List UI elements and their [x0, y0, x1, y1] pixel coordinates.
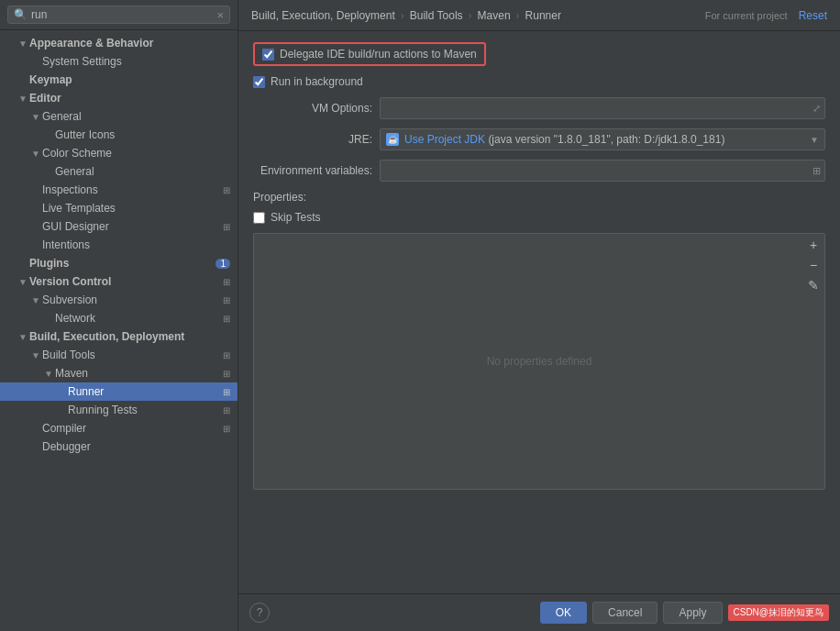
jre-extra-text: (java version "1.8.0_181", path: D:/jdk1…	[488, 133, 724, 146]
sidebar-label-gutter-icons: Gutter Icons	[55, 128, 230, 141]
reset-button[interactable]: Reset	[799, 9, 827, 22]
sidebar-label-runner: Runner	[68, 385, 219, 398]
sidebar-icon-version-control: ⊞	[223, 277, 230, 287]
vm-options-input-wrap: ⤢	[380, 97, 825, 119]
skip-tests-label[interactable]: Skip Tests	[271, 211, 320, 224]
sidebar-item-network[interactable]: Network⊞	[0, 309, 238, 327]
sidebar-arrow-build-tools: ▼	[31, 350, 42, 360]
sidebar: 🔍 run × ▼Appearance & BehaviorSystem Set…	[0, 0, 238, 631]
jre-row: JRE: ☕ Use Project JDK (java version "1.…	[253, 128, 825, 150]
breadcrumb-separator: ›	[516, 9, 520, 22]
sidebar-item-runner[interactable]: Runner⊞	[0, 382, 238, 401]
add-property-button[interactable]: +	[804, 236, 823, 254]
sidebar-icon-compiler: ⊞	[223, 424, 230, 434]
ok-button[interactable]: OK	[540, 602, 587, 624]
cancel-button[interactable]: Cancel	[592, 602, 658, 624]
skip-tests-row: Skip Tests	[253, 209, 825, 226]
sidebar-label-system-settings: System Settings	[42, 55, 230, 68]
sidebar-item-editor[interactable]: ▼Editor	[0, 89, 238, 107]
bottom-bar: ? OK Cancel Apply CSDN@抹泪的知更鸟	[238, 593, 840, 631]
sidebar-arrow-version-control: ▼	[18, 277, 29, 287]
env-vars-input[interactable]	[384, 164, 812, 177]
sidebar-icon-maven: ⊞	[223, 369, 230, 379]
sidebar-item-compiler[interactable]: Compiler⊞	[0, 419, 238, 437]
breadcrumb-part-1: Build Tools	[410, 9, 463, 22]
no-properties-text: No properties defined	[254, 234, 824, 489]
sidebar-item-inspections[interactable]: Inspections⊞	[0, 181, 238, 199]
sidebar-item-debugger[interactable]: Debugger	[0, 437, 238, 456]
form-area: Delegate IDE build/run actions to Maven …	[238, 31, 840, 593]
vm-options-input[interactable]	[384, 102, 812, 115]
jre-text: Use Project JDK (java version "1.8.0_181…	[404, 133, 804, 146]
for-current-project-label: For current project	[705, 10, 788, 21]
run-in-bg-label[interactable]: Run in background	[271, 75, 363, 88]
breadcrumb: Build, Execution, Deployment › Build Too…	[251, 9, 561, 22]
delegate-label[interactable]: Delegate IDE build/run actions to Maven	[280, 48, 477, 61]
sidebar-label-build-tools: Build Tools	[42, 349, 219, 361]
sidebar-item-live-templates[interactable]: Live Templates	[0, 199, 238, 217]
sidebar-label-plugins: Plugins	[29, 257, 212, 270]
sidebar-icon-build-tools: ⊞	[223, 350, 230, 360]
properties-toolbar: + − ✎	[802, 234, 824, 296]
run-in-bg-row: Run in background	[253, 73, 825, 90]
vm-options-expand-icon[interactable]: ⤢	[812, 103, 821, 115]
search-input[interactable]: run	[31, 8, 213, 21]
sidebar-tree: ▼Appearance & BehaviorSystem SettingsKey…	[0, 30, 238, 631]
sidebar-icon-network: ⊞	[223, 314, 230, 324]
sidebar-item-build-tools[interactable]: ▼Build Tools⊞	[0, 346, 238, 364]
breadcrumb-part-2: Maven	[478, 9, 511, 22]
edit-property-button[interactable]: ✎	[804, 276, 823, 294]
sidebar-item-maven[interactable]: ▼Maven⊞	[0, 364, 238, 382]
sidebar-arrow-maven: ▼	[44, 369, 55, 379]
sidebar-item-general[interactable]: ▼General	[0, 107, 238, 126]
sidebar-label-compiler: Compiler	[42, 422, 219, 435]
properties-box: + − ✎ No properties defined	[253, 233, 825, 490]
sidebar-label-gui-designer: GUI Designer	[42, 220, 219, 233]
sidebar-item-cs-general[interactable]: General	[0, 162, 238, 181]
sidebar-item-plugins[interactable]: Plugins1	[0, 254, 238, 272]
bottom-right-area: OK Cancel Apply CSDN@抹泪的知更鸟	[540, 602, 829, 624]
sidebar-label-keymap: Keymap	[29, 73, 230, 86]
sidebar-icon-running-tests: ⊞	[223, 405, 230, 415]
skip-tests-checkbox[interactable]	[253, 212, 265, 224]
help-button[interactable]: ?	[249, 603, 270, 623]
sidebar-label-editor: Editor	[29, 92, 230, 105]
dialog-content: 🔍 run × ▼Appearance & BehaviorSystem Set…	[0, 0, 840, 631]
sidebar-label-build-exec-deploy: Build, Execution, Deployment	[29, 330, 230, 343]
sidebar-item-gui-designer[interactable]: GUI Designer⊞	[0, 217, 238, 236]
env-vars-edit-icon[interactable]: ⊞	[812, 165, 821, 177]
sidebar-item-version-control[interactable]: ▼Version Control⊞	[0, 272, 238, 291]
sidebar-label-cs-general: General	[55, 165, 230, 178]
remove-property-button[interactable]: −	[804, 256, 823, 274]
sidebar-icon-runner: ⊞	[223, 387, 230, 397]
sidebar-item-color-scheme[interactable]: ▼Color Scheme	[0, 144, 238, 162]
properties-section: Properties: Skip Tests + − ✎ No properti…	[253, 191, 825, 490]
apply-button[interactable]: Apply	[663, 602, 722, 624]
jre-dropdown[interactable]: ☕ Use Project JDK (java version "1.8.0_1…	[380, 128, 825, 150]
jre-icon: ☕	[386, 133, 399, 146]
sidebar-label-live-templates: Live Templates	[42, 202, 230, 215]
clear-search-button[interactable]: ×	[216, 9, 224, 21]
sidebar-item-gutter-icons[interactable]: Gutter Icons	[0, 126, 238, 144]
sidebar-label-debugger: Debugger	[42, 440, 230, 453]
sidebar-item-running-tests[interactable]: Running Tests⊞	[0, 401, 238, 419]
sidebar-label-network: Network	[55, 312, 219, 325]
vm-options-label: VM Options:	[253, 102, 372, 115]
delegate-checkbox[interactable]	[262, 49, 274, 61]
run-in-bg-checkbox[interactable]	[253, 76, 265, 88]
sidebar-item-subversion[interactable]: ▼Subversion⊞	[0, 291, 238, 309]
sidebar-item-keymap[interactable]: Keymap	[0, 71, 238, 89]
sidebar-arrow-editor: ▼	[18, 94, 29, 104]
sidebar-label-subversion: Subversion	[42, 293, 219, 306]
search-bar: 🔍 run ×	[0, 0, 238, 30]
sidebar-item-build-exec-deploy[interactable]: ▼Build, Execution, Deployment	[0, 327, 238, 346]
sidebar-item-system-settings[interactable]: System Settings	[0, 52, 238, 71]
properties-label: Properties:	[253, 191, 825, 204]
main-content: Build, Execution, Deployment › Build Too…	[238, 0, 840, 631]
sidebar-item-intentions[interactable]: Intentions	[0, 236, 238, 254]
settings-dialog: 🔍 run × ▼Appearance & BehaviorSystem Set…	[0, 0, 840, 631]
sidebar-item-appearance[interactable]: ▼Appearance & Behavior	[0, 34, 238, 52]
sidebar-label-inspections: Inspections	[42, 183, 219, 196]
sidebar-label-appearance: Appearance & Behavior	[29, 37, 230, 50]
env-vars-row: Environment variables: ⊞	[253, 160, 825, 182]
